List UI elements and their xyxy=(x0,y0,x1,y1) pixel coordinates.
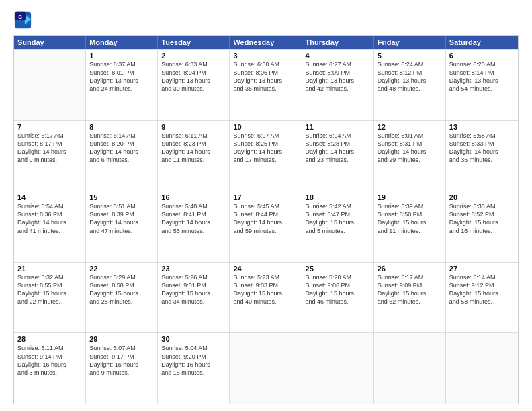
cell-info: Sunrise: 5:48 AM Sunset: 8:41 PM Dayligh… xyxy=(161,202,226,235)
table-row: 13Sunrise: 5:58 AM Sunset: 8:33 PM Dayli… xyxy=(446,121,518,191)
table-row: 3Sunrise: 6:30 AM Sunset: 8:06 PM Daylig… xyxy=(230,50,302,120)
page: G SundayMondayTuesdayWednesdayThursdayFr… xyxy=(0,0,532,411)
day-number: 11 xyxy=(306,123,370,131)
cell-info: Sunrise: 5:14 AM Sunset: 9:12 PM Dayligh… xyxy=(449,273,515,306)
day-number: 29 xyxy=(89,335,154,343)
cell-info: Sunrise: 5:42 AM Sunset: 8:47 PM Dayligh… xyxy=(306,202,370,235)
cell-info: Sunrise: 6:30 AM Sunset: 8:06 PM Dayligh… xyxy=(233,60,298,93)
day-number: 14 xyxy=(17,193,82,201)
day-number: 10 xyxy=(233,123,298,131)
calendar-header: SundayMondayTuesdayWednesdayThursdayFrid… xyxy=(14,36,518,49)
cell-info: Sunrise: 6:04 AM Sunset: 8:28 PM Dayligh… xyxy=(306,132,370,165)
cell-info: Sunrise: 6:14 AM Sunset: 8:20 PM Dayligh… xyxy=(89,132,154,165)
day-number: 1 xyxy=(89,52,154,60)
logo: G xyxy=(13,11,34,30)
table-row: 2Sunrise: 6:33 AM Sunset: 8:04 PM Daylig… xyxy=(158,50,230,120)
cell-info: Sunrise: 5:51 AM Sunset: 8:39 PM Dayligh… xyxy=(89,202,154,235)
day-number: 13 xyxy=(449,123,515,131)
table-row: 30Sunrise: 5:04 AM Sunset: 9:20 PM Dayli… xyxy=(158,333,230,404)
cell-info: Sunrise: 5:39 AM Sunset: 8:50 PM Dayligh… xyxy=(378,202,442,235)
table-row: 7Sunrise: 6:17 AM Sunset: 8:17 PM Daylig… xyxy=(14,121,86,191)
table-row: 4Sunrise: 6:27 AM Sunset: 8:09 PM Daylig… xyxy=(302,50,374,120)
day-number: 21 xyxy=(17,265,82,273)
table-row: 20Sunrise: 5:35 AM Sunset: 8:52 PM Dayli… xyxy=(446,191,518,262)
day-number: 20 xyxy=(449,193,515,201)
calendar: SundayMondayTuesdayWednesdayThursdayFrid… xyxy=(13,35,519,404)
table-row: 16Sunrise: 5:48 AM Sunset: 8:41 PM Dayli… xyxy=(158,191,230,262)
cell-info: Sunrise: 5:17 AM Sunset: 9:09 PM Dayligh… xyxy=(378,273,442,306)
day-number: 27 xyxy=(449,265,515,273)
day-number: 7 xyxy=(17,123,82,131)
day-number: 23 xyxy=(161,265,226,273)
table-row: 23Sunrise: 5:26 AM Sunset: 9:01 PM Dayli… xyxy=(158,263,230,333)
logo-icon: G xyxy=(13,11,32,30)
day-number: 5 xyxy=(378,52,442,60)
cell-info: Sunrise: 5:04 AM Sunset: 9:20 PM Dayligh… xyxy=(161,344,226,377)
day-number: 16 xyxy=(161,193,226,201)
week-row-4: 21Sunrise: 5:32 AM Sunset: 8:55 PM Dayli… xyxy=(14,262,518,333)
table-row: 27Sunrise: 5:14 AM Sunset: 9:12 PM Dayli… xyxy=(446,263,518,333)
day-number: 15 xyxy=(89,193,154,201)
cell-info: Sunrise: 6:01 AM Sunset: 8:31 PM Dayligh… xyxy=(378,132,442,165)
day-number: 3 xyxy=(233,52,298,60)
table-row: 5Sunrise: 6:24 AM Sunset: 8:12 PM Daylig… xyxy=(374,50,446,120)
cell-info: Sunrise: 6:27 AM Sunset: 8:09 PM Dayligh… xyxy=(306,60,370,93)
table-row xyxy=(302,333,374,404)
day-number: 25 xyxy=(306,265,370,273)
weekday-header-wednesday: Wednesday xyxy=(230,36,302,49)
weekday-header-monday: Monday xyxy=(86,36,158,49)
day-number: 4 xyxy=(306,52,370,60)
table-row: 12Sunrise: 6:01 AM Sunset: 8:31 PM Dayli… xyxy=(374,121,446,191)
table-row xyxy=(374,333,446,404)
cell-info: Sunrise: 6:11 AM Sunset: 8:23 PM Dayligh… xyxy=(161,132,226,165)
cell-info: Sunrise: 5:11 AM Sunset: 9:14 PM Dayligh… xyxy=(17,344,82,377)
weekday-header-saturday: Saturday xyxy=(446,36,518,49)
cell-info: Sunrise: 6:17 AM Sunset: 8:17 PM Dayligh… xyxy=(17,132,82,165)
table-row: 15Sunrise: 5:51 AM Sunset: 8:39 PM Dayli… xyxy=(86,191,158,262)
table-row xyxy=(230,333,302,404)
cell-info: Sunrise: 5:29 AM Sunset: 8:58 PM Dayligh… xyxy=(89,273,154,306)
cell-info: Sunrise: 5:35 AM Sunset: 8:52 PM Dayligh… xyxy=(449,202,515,235)
cell-info: Sunrise: 6:24 AM Sunset: 8:12 PM Dayligh… xyxy=(378,60,442,93)
table-row: 22Sunrise: 5:29 AM Sunset: 8:58 PM Dayli… xyxy=(86,263,158,333)
day-number: 28 xyxy=(17,335,82,343)
cell-info: Sunrise: 5:07 AM Sunset: 9:17 PM Dayligh… xyxy=(89,344,154,377)
table-row: 25Sunrise: 5:20 AM Sunset: 9:06 PM Dayli… xyxy=(302,263,374,333)
day-number: 18 xyxy=(306,193,370,201)
table-row xyxy=(14,50,86,120)
table-row: 14Sunrise: 5:54 AM Sunset: 8:36 PM Dayli… xyxy=(14,191,86,262)
table-row: 18Sunrise: 5:42 AM Sunset: 8:47 PM Dayli… xyxy=(302,191,374,262)
week-row-5: 28Sunrise: 5:11 AM Sunset: 9:14 PM Dayli… xyxy=(14,332,518,404)
table-row: 29Sunrise: 5:07 AM Sunset: 9:17 PM Dayli… xyxy=(86,333,158,404)
day-number: 22 xyxy=(89,265,154,273)
weekday-header-thursday: Thursday xyxy=(302,36,374,49)
cell-info: Sunrise: 5:26 AM Sunset: 9:01 PM Dayligh… xyxy=(161,273,226,306)
table-row: 11Sunrise: 6:04 AM Sunset: 8:28 PM Dayli… xyxy=(302,121,374,191)
table-row: 26Sunrise: 5:17 AM Sunset: 9:09 PM Dayli… xyxy=(374,263,446,333)
cell-info: Sunrise: 5:23 AM Sunset: 9:03 PM Dayligh… xyxy=(233,273,298,306)
cell-info: Sunrise: 6:37 AM Sunset: 8:01 PM Dayligh… xyxy=(89,60,154,93)
day-number: 17 xyxy=(233,193,298,201)
table-row: 6Sunrise: 6:20 AM Sunset: 8:14 PM Daylig… xyxy=(446,50,518,120)
cell-info: Sunrise: 5:32 AM Sunset: 8:55 PM Dayligh… xyxy=(17,273,82,306)
table-row: 9Sunrise: 6:11 AM Sunset: 8:23 PM Daylig… xyxy=(158,121,230,191)
day-number: 19 xyxy=(378,193,442,201)
svg-text:G: G xyxy=(18,14,22,20)
week-row-3: 14Sunrise: 5:54 AM Sunset: 8:36 PM Dayli… xyxy=(14,191,518,262)
day-number: 9 xyxy=(161,123,226,131)
day-number: 30 xyxy=(161,335,226,343)
cell-info: Sunrise: 5:58 AM Sunset: 8:33 PM Dayligh… xyxy=(449,132,515,165)
table-row: 1Sunrise: 6:37 AM Sunset: 8:01 PM Daylig… xyxy=(86,50,158,120)
table-row: 21Sunrise: 5:32 AM Sunset: 8:55 PM Dayli… xyxy=(14,263,86,333)
cell-info: Sunrise: 5:54 AM Sunset: 8:36 PM Dayligh… xyxy=(17,202,82,235)
cell-info: Sunrise: 6:33 AM Sunset: 8:04 PM Dayligh… xyxy=(161,60,226,93)
table-row: 28Sunrise: 5:11 AM Sunset: 9:14 PM Dayli… xyxy=(14,333,86,404)
week-row-2: 7Sunrise: 6:17 AM Sunset: 8:17 PM Daylig… xyxy=(14,120,518,191)
weekday-header-sunday: Sunday xyxy=(14,36,86,49)
header: G xyxy=(13,11,519,30)
cell-info: Sunrise: 5:20 AM Sunset: 9:06 PM Dayligh… xyxy=(306,273,370,306)
calendar-body: 1Sunrise: 6:37 AM Sunset: 8:01 PM Daylig… xyxy=(14,49,518,404)
table-row xyxy=(446,333,518,404)
day-number: 24 xyxy=(233,265,298,273)
day-number: 6 xyxy=(449,52,515,60)
